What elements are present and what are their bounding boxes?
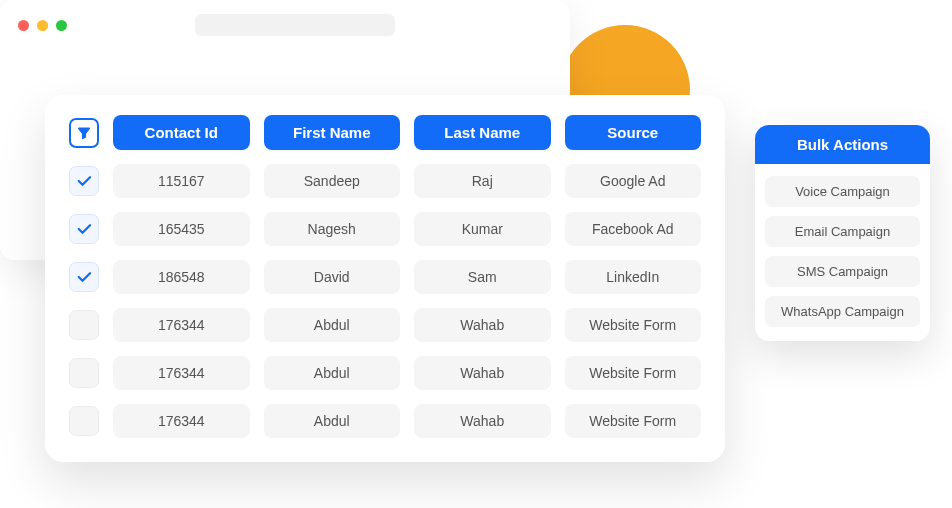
- maximize-window-dot[interactable]: [56, 20, 67, 31]
- cell-last-name: Kumar: [414, 212, 551, 246]
- cell-source: Website Form: [565, 308, 702, 342]
- table-row: 176344 Abdul Wahab Website Form: [69, 404, 701, 438]
- browser-titlebar: [0, 0, 570, 50]
- cell-contact-id: 186548: [113, 260, 250, 294]
- bulk-actions-title: Bulk Actions: [755, 125, 930, 164]
- filter-icon: [76, 125, 92, 141]
- cell-source: Website Form: [565, 404, 702, 438]
- cell-contact-id: 165435: [113, 212, 250, 246]
- cell-contact-id: 115167: [113, 164, 250, 198]
- cell-source: LinkedIn: [565, 260, 702, 294]
- bulk-action-email[interactable]: Email Campaign: [765, 216, 920, 247]
- row-checkbox[interactable]: [69, 214, 99, 244]
- cell-last-name: Sam: [414, 260, 551, 294]
- table-row: 176344 Abdul Wahab Website Form: [69, 356, 701, 390]
- col-header-first-name[interactable]: First Name: [264, 115, 401, 150]
- bulk-action-sms[interactable]: SMS Campaign: [765, 256, 920, 287]
- cell-first-name: Sandeep: [264, 164, 401, 198]
- cell-first-name: Abdul: [264, 308, 401, 342]
- col-header-source[interactable]: Source: [565, 115, 702, 150]
- table-header-row: Contact Id First Name Last Name Source: [69, 115, 701, 150]
- check-icon: [75, 220, 93, 238]
- row-checkbox[interactable]: [69, 310, 99, 340]
- cell-last-name: Wahab: [414, 356, 551, 390]
- cell-source: Website Form: [565, 356, 702, 390]
- cell-last-name: Wahab: [414, 404, 551, 438]
- row-checkbox[interactable]: [69, 262, 99, 292]
- table-row: 186548 David Sam LinkedIn: [69, 260, 701, 294]
- cell-first-name: David: [264, 260, 401, 294]
- cell-source: Facebook Ad: [565, 212, 702, 246]
- cell-contact-id: 176344: [113, 356, 250, 390]
- table-row: 115167 Sandeep Raj Google Ad: [69, 164, 701, 198]
- table-row: 176344 Abdul Wahab Website Form: [69, 308, 701, 342]
- minimize-window-dot[interactable]: [37, 20, 48, 31]
- cell-first-name: Abdul: [264, 404, 401, 438]
- close-window-dot[interactable]: [18, 20, 29, 31]
- bulk-actions-panel: Bulk Actions Voice Campaign Email Campai…: [755, 125, 930, 341]
- filter-button[interactable]: [69, 118, 99, 148]
- bulk-action-voice[interactable]: Voice Campaign: [765, 176, 920, 207]
- col-header-last-name[interactable]: Last Name: [414, 115, 551, 150]
- contacts-table: Contact Id First Name Last Name Source 1…: [69, 115, 701, 438]
- check-icon: [75, 268, 93, 286]
- contacts-table-card: Contact Id First Name Last Name Source 1…: [45, 95, 725, 462]
- bulk-action-whatsapp[interactable]: WhatsApp Campaign: [765, 296, 920, 327]
- table-row: 165435 Nagesh Kumar Facebook Ad: [69, 212, 701, 246]
- bulk-actions-list: Voice Campaign Email Campaign SMS Campai…: [755, 164, 930, 329]
- row-checkbox[interactable]: [69, 406, 99, 436]
- cell-source: Google Ad: [565, 164, 702, 198]
- row-checkbox[interactable]: [69, 166, 99, 196]
- address-bar[interactable]: [195, 14, 395, 36]
- cell-contact-id: 176344: [113, 404, 250, 438]
- check-icon: [75, 172, 93, 190]
- cell-contact-id: 176344: [113, 308, 250, 342]
- cell-first-name: Abdul: [264, 356, 401, 390]
- row-checkbox[interactable]: [69, 358, 99, 388]
- cell-last-name: Raj: [414, 164, 551, 198]
- col-header-contact-id[interactable]: Contact Id: [113, 115, 250, 150]
- cell-last-name: Wahab: [414, 308, 551, 342]
- cell-first-name: Nagesh: [264, 212, 401, 246]
